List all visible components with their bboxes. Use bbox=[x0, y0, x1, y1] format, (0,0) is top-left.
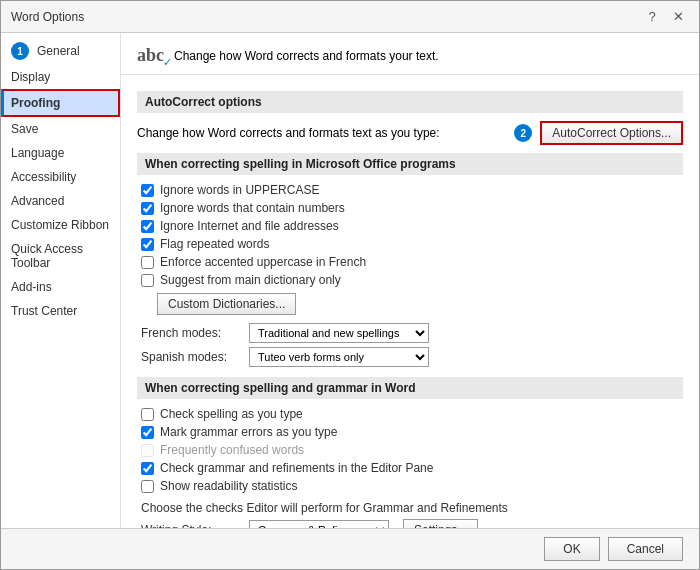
accented-label: Enforce accented uppercase in French bbox=[160, 255, 366, 269]
sidebar-item-save-label: Save bbox=[11, 122, 38, 136]
cb-check-spelling: Check spelling as you type bbox=[137, 407, 683, 421]
dialog-content: 1 General Display Proofing Save Language… bbox=[1, 33, 699, 528]
repeated-label: Flag repeated words bbox=[160, 237, 269, 251]
cb-readability: Show readability statistics bbox=[137, 479, 683, 493]
general-badge: 1 bbox=[11, 42, 29, 60]
sidebar-item-save[interactable]: Save bbox=[1, 117, 120, 141]
sidebar-item-customize[interactable]: Customize Ribbon bbox=[1, 213, 120, 237]
cb-check-grammar: Check grammar and refinements in the Edi… bbox=[137, 461, 683, 475]
internet-label: Ignore Internet and file addresses bbox=[160, 219, 339, 233]
sidebar-item-accessibility[interactable]: Accessibility bbox=[1, 165, 120, 189]
cb-internet: Ignore Internet and file addresses bbox=[137, 219, 683, 233]
spelling-section-bar: When correcting spelling in Microsoft Of… bbox=[137, 153, 683, 175]
autocorrect-options-button[interactable]: AutoCorrect Options... bbox=[540, 121, 683, 145]
cb-freq-confused: Frequently confused words bbox=[137, 443, 683, 457]
autocorrect-button-group: 2 AutoCorrect Options... bbox=[514, 121, 683, 145]
title-bar-controls: ? ✕ bbox=[641, 6, 689, 28]
sidebar-item-advanced-label: Advanced bbox=[11, 194, 64, 208]
main-panel: abc ✓ Change how Word corrects and forma… bbox=[121, 33, 699, 528]
dialog-footer: OK Cancel bbox=[1, 528, 699, 569]
suggest-label: Suggest from main dictionary only bbox=[160, 273, 341, 287]
mark-grammar-label: Mark grammar errors as you type bbox=[160, 425, 337, 439]
numbers-checkbox[interactable] bbox=[141, 202, 154, 215]
writing-style-row: Writing Style: Grammar & Refinements Gra… bbox=[137, 519, 683, 528]
sidebar-item-trust[interactable]: Trust Center bbox=[1, 299, 120, 323]
autocorrect-badge: 2 bbox=[514, 124, 532, 142]
uppercase-label: Ignore words in UPPERCASE bbox=[160, 183, 319, 197]
readability-label: Show readability statistics bbox=[160, 479, 297, 493]
sidebar-item-language-label: Language bbox=[11, 146, 64, 160]
sidebar-item-customize-label: Customize Ribbon bbox=[11, 218, 109, 232]
freq-confused-label: Frequently confused words bbox=[160, 443, 304, 457]
cb-suggest: Suggest from main dictionary only bbox=[137, 273, 683, 287]
spanish-modes-select[interactable]: Tuteo verb forms only Voseo verb forms o… bbox=[249, 347, 429, 367]
cb-numbers: Ignore words that contain numbers bbox=[137, 201, 683, 215]
sidebar-item-trust-label: Trust Center bbox=[11, 304, 77, 318]
numbers-label: Ignore words that contain numbers bbox=[160, 201, 345, 215]
sidebar-item-quick-access[interactable]: Quick Access Toolbar bbox=[1, 237, 120, 275]
checkmark-icon: ✓ bbox=[163, 56, 172, 69]
title-bar: Word Options ? ✕ bbox=[1, 1, 699, 33]
autocorrect-section-bar: AutoCorrect options bbox=[137, 91, 683, 113]
french-modes-row: French modes: Traditional and new spelli… bbox=[137, 323, 683, 343]
sidebar-item-general-label: General bbox=[37, 44, 80, 58]
sidebar: 1 General Display Proofing Save Language… bbox=[1, 33, 121, 528]
sidebar-item-quick-access-label: Quick Access Toolbar bbox=[11, 242, 110, 270]
sidebar-item-proofing[interactable]: Proofing bbox=[1, 89, 120, 117]
title-bar-left: Word Options bbox=[11, 10, 84, 24]
sidebar-item-language[interactable]: Language bbox=[1, 141, 120, 165]
main-body: AutoCorrect options Change how Word corr… bbox=[121, 75, 699, 528]
cancel-button[interactable]: Cancel bbox=[608, 537, 683, 561]
check-grammar-label: Check grammar and refinements in the Edi… bbox=[160, 461, 433, 475]
settings-button[interactable]: Settings... bbox=[403, 519, 478, 528]
check-spelling-label: Check spelling as you type bbox=[160, 407, 303, 421]
word-options-dialog: Word Options ? ✕ 1 General Display Proof… bbox=[0, 0, 700, 570]
main-header: abc ✓ Change how Word corrects and forma… bbox=[121, 33, 699, 75]
accented-checkbox[interactable] bbox=[141, 256, 154, 269]
uppercase-checkbox[interactable] bbox=[141, 184, 154, 197]
writing-style-select[interactable]: Grammar & Refinements Grammar Only bbox=[249, 520, 389, 528]
cb-accented: Enforce accented uppercase in French bbox=[137, 255, 683, 269]
sidebar-item-advanced[interactable]: Advanced bbox=[1, 189, 120, 213]
sidebar-item-display-label: Display bbox=[11, 70, 50, 84]
abc-icon: abc bbox=[137, 45, 164, 65]
check-spelling-checkbox[interactable] bbox=[141, 408, 154, 421]
internet-checkbox[interactable] bbox=[141, 220, 154, 233]
sidebar-item-general[interactable]: 1 General bbox=[1, 37, 120, 65]
repeated-checkbox[interactable] bbox=[141, 238, 154, 251]
autocorrect-description: Change how Word corrects and formats tex… bbox=[137, 126, 440, 140]
sidebar-item-accessibility-label: Accessibility bbox=[11, 170, 76, 184]
close-button[interactable]: ✕ bbox=[667, 6, 689, 28]
suggest-checkbox[interactable] bbox=[141, 274, 154, 287]
check-grammar-checkbox[interactable] bbox=[141, 462, 154, 475]
autocorrect-row: Change how Word corrects and formats tex… bbox=[137, 121, 683, 145]
help-button[interactable]: ? bbox=[641, 6, 663, 28]
cb-mark-grammar: Mark grammar errors as you type bbox=[137, 425, 683, 439]
choose-text-label: Choose the checks Editor will perform fo… bbox=[141, 501, 508, 515]
abc-icon-container: abc ✓ bbox=[137, 45, 164, 66]
autocorrect-section-title: AutoCorrect options bbox=[145, 95, 262, 109]
grammar-section-bar: When correcting spelling and grammar in … bbox=[137, 377, 683, 399]
sidebar-item-addins[interactable]: Add-ins bbox=[1, 275, 120, 299]
grammar-section-title: When correcting spelling and grammar in … bbox=[145, 381, 415, 395]
dialog-title: Word Options bbox=[11, 10, 84, 24]
custom-dict-container: Custom Dictionaries... bbox=[157, 293, 683, 315]
french-modes-select[interactable]: Traditional and new spellings Traditiona… bbox=[249, 323, 429, 343]
spanish-modes-row: Spanish modes: Tuteo verb forms only Vos… bbox=[137, 347, 683, 367]
mark-grammar-checkbox[interactable] bbox=[141, 426, 154, 439]
cb-repeated: Flag repeated words bbox=[137, 237, 683, 251]
custom-dictionaries-button[interactable]: Custom Dictionaries... bbox=[157, 293, 296, 315]
ok-button[interactable]: OK bbox=[544, 537, 599, 561]
choose-text: Choose the checks Editor will perform fo… bbox=[137, 497, 683, 519]
sidebar-item-display[interactable]: Display bbox=[1, 65, 120, 89]
spelling-section-title: When correcting spelling in Microsoft Of… bbox=[145, 157, 456, 171]
sidebar-item-proofing-label: Proofing bbox=[11, 96, 60, 110]
cb-uppercase: Ignore words in UPPERCASE bbox=[137, 183, 683, 197]
freq-confused-checkbox bbox=[141, 444, 154, 457]
spanish-modes-label: Spanish modes: bbox=[141, 350, 241, 364]
main-header-text: Change how Word corrects and formats you… bbox=[174, 49, 439, 63]
french-modes-label: French modes: bbox=[141, 326, 241, 340]
readability-checkbox[interactable] bbox=[141, 480, 154, 493]
sidebar-item-addins-label: Add-ins bbox=[11, 280, 52, 294]
